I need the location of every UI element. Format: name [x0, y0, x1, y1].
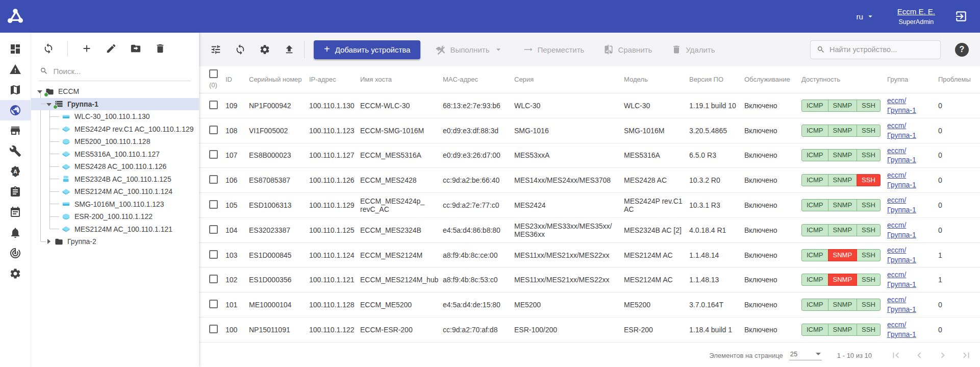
tree-node[interactable]: ESR-200_100.110.1.122 [31, 210, 199, 223]
logout-button[interactable] [954, 10, 968, 23]
row-checkbox[interactable] [209, 275, 218, 283]
tree-node[interactable]: MES2124M AC_100.110.1.124 [31, 185, 199, 198]
col-header-mac[interactable]: MAC-адрес [443, 66, 514, 93]
col-header-id[interactable]: ID [225, 66, 249, 93]
filter-columns-button[interactable] [210, 44, 221, 55]
row-checkbox[interactable] [209, 175, 218, 184]
col-header-model[interactable]: Модель [624, 66, 689, 93]
row-checkbox[interactable] [209, 300, 218, 308]
tree-node[interactable]: ME5200_100.110.1.128 [31, 135, 199, 148]
help-button[interactable]: ? [955, 43, 969, 57]
sidebar-item-alerts[interactable] [0, 59, 31, 80]
row-checkbox[interactable] [209, 250, 218, 259]
col-header-problems[interactable]: Проблемы [938, 66, 980, 93]
tree-node[interactable]: MES5316A_100.110.1.127 [31, 148, 199, 161]
device-search-input[interactable] [830, 45, 934, 54]
sidebar-item-settings[interactable] [0, 263, 31, 284]
add-devices-button[interactable]: + Добавить устройства [314, 40, 420, 59]
tree-node[interactable]: MES2124M AC_100.110.1.121 [31, 223, 199, 236]
col-header-version[interactable]: Версия ПО [689, 66, 744, 93]
next-page-button[interactable] [937, 350, 948, 361]
table-row[interactable]: 108VI1F005002100.110.1.123ECCM-SMG-1016M… [199, 118, 980, 143]
add-devices-label: Добавить устройства [335, 45, 411, 54]
sidebar-item-map[interactable] [0, 80, 31, 100]
table-row[interactable]: 105ESD1006313100.110.1.129ECCM_​MES2424p… [199, 193, 980, 218]
row-checkbox[interactable] [209, 126, 218, 134]
edit-group-button[interactable] [106, 43, 117, 54]
col-header-series[interactable]: Серия [514, 66, 624, 93]
tree-node[interactable]: MES2428 AC_100.110.1.126 [31, 160, 199, 173]
tree-search-input[interactable] [53, 67, 190, 76]
compare-button-disabled[interactable]: Сравнить [604, 44, 652, 55]
row-checkbox[interactable] [209, 101, 218, 109]
group-link[interactable]: eccm/Группа-1 [887, 270, 916, 289]
tree-node[interactable]: Группа-2 [31, 235, 199, 248]
delete-button-disabled[interactable]: Удалить [671, 44, 715, 55]
table-row[interactable]: 106ES87085387100.110.1.126ECCM_​MES2428c… [199, 168, 980, 193]
table-row[interactable]: 104ES32023387100.110.1.125ECCM_​MES2324B… [199, 217, 980, 242]
eccm-logo-icon [6, 7, 24, 26]
col-header-serial[interactable]: Серийный номер [249, 66, 309, 93]
tree-node[interactable]: MES2324B AC_100.110.1.125 [31, 173, 199, 186]
col-header-ip[interactable]: IP-адрес [309, 66, 360, 93]
group-link[interactable]: eccm/Группа-1 [887, 195, 916, 215]
group-link[interactable]: eccm/Группа-1 [887, 121, 916, 140]
sidebar-item-dashboard[interactable] [0, 39, 31, 59]
table-row[interactable]: 107ES8B000023100.110.1.127ECCM_​MES5316A… [199, 143, 980, 168]
sidebar-item-inventory[interactable] [0, 120, 31, 141]
language-selector[interactable]: ru [856, 12, 874, 21]
col-header-group[interactable]: Группа [887, 66, 938, 93]
row-checkbox[interactable] [209, 200, 218, 209]
import-devices-button[interactable] [284, 44, 295, 55]
tree-node[interactable]: SMG-1016M_100.110.1.123 [31, 198, 199, 211]
tree-node-label: Группа-1 [67, 100, 98, 108]
col-header-hostname[interactable]: Имя хоста [360, 66, 443, 93]
sidebar-item-notifications[interactable] [0, 223, 31, 243]
previous-page-button[interactable] [914, 350, 925, 361]
first-page-button[interactable] [890, 350, 901, 361]
tree-refresh-button[interactable] [43, 43, 54, 54]
table-row[interactable]: 100NP15011091100.110.1.122ECCM-ESR-200cc… [199, 317, 980, 342]
tree-node[interactable]: ECCM [31, 85, 199, 98]
expander-collapsed-icon[interactable] [46, 238, 52, 244]
sidebar-item-tasks[interactable] [0, 182, 31, 202]
sidebar-item-tools[interactable] [0, 141, 31, 161]
tree-node[interactable]: MES2424P rev.C1 AC_100.110.1.129 [31, 123, 199, 136]
row-checkbox[interactable] [209, 150, 218, 159]
table-row[interactable]: 102ES1D000356100.110.1.121ECCM_​MES2124M… [199, 267, 980, 292]
sidebar-item-monitoring[interactable] [0, 243, 31, 263]
group-link[interactable]: eccm/Группа-1 [887, 295, 916, 314]
expander-open-icon[interactable] [46, 101, 52, 107]
app-logo[interactable] [0, 7, 31, 26]
sidebar-item-schedule[interactable] [0, 202, 31, 223]
select-all-checkbox[interactable] [209, 69, 218, 78]
table-row[interactable]: 109NP1F000942100.110.1.130ECCM-WLC-3068:… [199, 93, 980, 118]
expander-open-icon[interactable] [37, 88, 43, 94]
group-link[interactable]: eccm/Группа-1 [887, 146, 916, 165]
group-link[interactable]: eccm/Группа-1 [887, 221, 916, 240]
refresh-table-button[interactable] [235, 44, 246, 55]
table-row[interactable]: 103ES1D000845100.110.1.124ECCM_​MES2124M… [199, 242, 980, 267]
col-header-availability[interactable]: Доступность [801, 66, 887, 93]
group-link[interactable]: eccm/Группа-1 [887, 170, 916, 190]
row-checkbox[interactable] [209, 225, 218, 234]
group-link[interactable]: eccm/Группа-1 [887, 96, 916, 115]
col-header-maintenance[interactable]: Обслуживание [744, 66, 801, 93]
row-checkbox[interactable] [209, 325, 218, 333]
tree-node[interactable]: WLC-30_100.110.1.130 [31, 110, 199, 123]
execute-button-disabled[interactable]: Выполнить [436, 44, 504, 55]
table-row[interactable]: 101ME10000104100.110.1.128ECCM_​ME5200e4… [199, 292, 980, 317]
group-link[interactable]: eccm/Группа-1 [887, 246, 916, 265]
delete-group-button[interactable] [155, 43, 166, 54]
add-group-button[interactable] [81, 43, 92, 54]
last-page-button[interactable] [961, 350, 972, 361]
sidebar-item-automation[interactable]: A [0, 161, 31, 182]
move-button-disabled[interactable]: Переместить [523, 44, 584, 55]
page-size-select[interactable]: 25 [789, 350, 822, 360]
tree-node[interactable]: Группа-1 [31, 98, 199, 111]
user-menu[interactable]: Eccm E. E. SuperAdmin [897, 7, 935, 26]
group-link[interactable]: eccm/Группа-1 [887, 320, 916, 339]
table-settings-button[interactable] [259, 44, 270, 55]
move-group-button[interactable] [130, 43, 141, 54]
sidebar-item-devices[interactable] [0, 100, 31, 120]
